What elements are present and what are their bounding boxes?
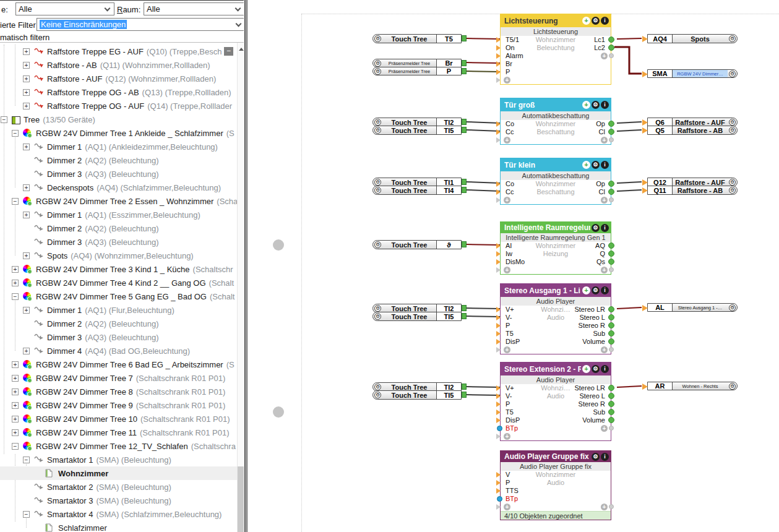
- tree-item[interactable]: +Dimmer 1(AQ1) (Esszimmer,Beleuchtung): [0, 208, 237, 221]
- block-header[interactable]: Stereo Extension 2 - R…+⚙i: [501, 363, 611, 375]
- output-connector[interactable]: [608, 259, 614, 265]
- block-audio-player-gruppe-fix[interactable]: Audio Player Gruppe fix⚙iAudio Player Gr…: [500, 450, 611, 520]
- output-connector[interactable]: [462, 68, 467, 74]
- defined-filter-select[interactable]: Keine Einschränkungen: [37, 18, 244, 31]
- input-connector[interactable]: [496, 53, 501, 59]
- block-intelligente-raumregelung[interactable]: Intelligente Raumregelung⚙iIntelligente …: [500, 221, 611, 275]
- output-connector[interactable]: [462, 187, 467, 193]
- info-icon[interactable]: i: [601, 17, 609, 25]
- block-header[interactable]: Intelligente Raumregelung⚙i: [501, 222, 611, 233]
- add-output-button[interactable]: +: [601, 137, 608, 144]
- tree-item[interactable]: −RGBW 24V Dimmer Tree 1 Ankleide _ Schla…: [0, 126, 237, 140]
- gear-icon[interactable]: ⚙: [374, 384, 381, 390]
- output-connector[interactable]: [608, 121, 614, 127]
- panel-divider[interactable]: [244, 0, 246, 532]
- device-filter-select[interactable]: Alle: [15, 2, 114, 15]
- block-tuer-klein[interactable]: Tür klein+⚙iAutomatikbeschattungCoWohnzi…: [500, 158, 611, 205]
- tree-expand-plus[interactable]: +: [23, 144, 30, 150]
- input-connector[interactable]: [496, 181, 501, 187]
- output-connector[interactable]: [462, 384, 467, 390]
- move-icon[interactable]: +: [582, 286, 590, 294]
- tree-expand-plus[interactable]: +: [23, 62, 30, 69]
- output-connector[interactable]: [608, 251, 614, 257]
- output-connector[interactable]: [608, 45, 614, 51]
- tree-item[interactable]: Dimmer 2(AQ2) (Beleuchtung): [0, 317, 237, 330]
- output-connector[interactable]: [462, 119, 467, 125]
- input-connector[interactable]: [496, 129, 501, 135]
- input-connector[interactable]: [496, 315, 501, 320]
- gear-icon[interactable]: ⚙: [374, 179, 381, 186]
- tree-item[interactable]: −RGBW 24V Dimmer Tree 2 Essen _ Wohnzimm…: [0, 194, 237, 208]
- output-connector[interactable]: [462, 60, 467, 66]
- block-stereo-ausgang-1[interactable]: Stereo Ausgang 1 - Li…+⚙iAudio PlayerV+W…: [500, 283, 611, 354]
- gear-icon[interactable]: ⚙: [729, 71, 736, 77]
- gear-icon[interactable]: ⚙: [374, 187, 381, 194]
- source-device[interactable]: ⚙Präsenzmelder TreeP: [372, 67, 462, 75]
- tree-item[interactable]: +Raffstore - AB(Q11) (Wohnzimmer,Rolllad…: [0, 58, 237, 72]
- tree-item[interactable]: Schlafzimmer: [0, 521, 237, 532]
- input-connector[interactable]: [496, 69, 501, 75]
- block-header[interactable]: Tür klein+⚙i: [501, 158, 611, 171]
- move-icon[interactable]: +: [582, 365, 590, 373]
- room-filter-select[interactable]: Alle: [144, 2, 244, 15]
- tree-item[interactable]: +RGBW 24V Dimmer Tree 4 Kind 2 __ Gang O…: [0, 276, 237, 290]
- tree-item[interactable]: +Dimmer 1(AQ1) (Ankleidezimmer,Beleuchtu…: [0, 140, 237, 153]
- target-device[interactable]: Q5Raffstore - AB⚙: [647, 126, 738, 135]
- tree-item[interactable]: −Smartaktor 1(SMA) (Beleuchtung): [0, 453, 237, 466]
- output-connector[interactable]: [462, 313, 467, 319]
- block-tuer-gross[interactable]: Tür groß+⚙iAutomatikbeschattungCoWohnzim…: [500, 98, 611, 145]
- tree-expand-minus[interactable]: −: [12, 443, 19, 450]
- tree-item[interactable]: −Tree(13/50 Geräte): [0, 113, 237, 126]
- input-connector[interactable]: [496, 472, 501, 478]
- tree-item[interactable]: Dimmer 2(AQ2) (Beleuchtung): [0, 153, 237, 167]
- input-connector[interactable]: [642, 71, 648, 77]
- tree-expand-plus[interactable]: +: [12, 375, 19, 382]
- tree-item[interactable]: Smartaktor 3(SMA) (Beleuchtung): [0, 494, 237, 507]
- spare-input-connector[interactable]: [496, 77, 501, 83]
- input-connector[interactable]: [496, 259, 501, 265]
- gear-icon[interactable]: ⚙: [729, 127, 736, 134]
- spare-input-connector[interactable]: [496, 197, 501, 203]
- target-device[interactable]: ARWohnen - Rechts⚙: [647, 382, 738, 390]
- tree-expand-minus[interactable]: −: [12, 130, 19, 137]
- spare-input-connector[interactable]: [496, 137, 501, 143]
- source-device[interactable]: ⚙Touch TreeTI5: [372, 390, 462, 400]
- output-connector[interactable]: [608, 330, 614, 337]
- info-icon[interactable]: i: [601, 365, 609, 373]
- tree-item[interactable]: +Dimmer 1(AQ1) (Flur,Beleuchtung): [0, 303, 237, 317]
- block-header[interactable]: Audio Player Gruppe fix⚙i: [501, 451, 611, 462]
- tree-expand-plus[interactable]: +: [12, 416, 19, 423]
- gear-icon[interactable]: ⚙: [374, 313, 381, 320]
- input-connector[interactable]: [496, 323, 501, 328]
- tree-expand-plus[interactable]: +: [23, 89, 30, 96]
- tree-item[interactable]: +Dimmer 4(AQ4) (Bad OG,Beleuchtung): [0, 344, 237, 358]
- spare-output-connector[interactable]: [609, 267, 614, 272]
- input-connector[interactable]: [642, 127, 648, 134]
- tree-item[interactable]: +RGBW 24V Dimmer Tree 3 Kind 1 _ Küche(S…: [0, 262, 237, 276]
- tree-item[interactable]: +Raffstore Treppe OG - AUF(Q14) (Treppe,…: [0, 99, 237, 113]
- output-connector[interactable]: [462, 241, 467, 247]
- target-device[interactable]: Q11Raffstore - AB⚙: [647, 186, 738, 195]
- info-icon[interactable]: i: [601, 286, 609, 294]
- tree-expand-plus[interactable]: +: [12, 402, 19, 409]
- move-icon[interactable]: +: [582, 161, 590, 169]
- add-output-button[interactable]: +: [601, 504, 608, 510]
- gear-icon[interactable]: ⚙: [374, 119, 381, 126]
- gear-icon[interactable]: ⚙: [592, 365, 600, 373]
- input-connector[interactable]: [496, 121, 501, 127]
- info-icon[interactable]: i: [601, 101, 609, 109]
- tree-item[interactable]: +RGBW 24V Dimmer Tree 8(Schaltschrank R0…: [0, 385, 237, 398]
- output-connector[interactable]: [608, 409, 614, 415]
- block-header[interactable]: Stereo Ausgang 1 - Li…+⚙i: [501, 284, 611, 297]
- tree-expand-plus[interactable]: +: [12, 361, 19, 368]
- gear-icon[interactable]: ⚙: [729, 179, 736, 186]
- tree-item[interactable]: Dimmer 2(AQ2) (Beleuchtung): [0, 221, 237, 235]
- tree-item[interactable]: Wohnzimmer: [0, 466, 237, 480]
- input-connector[interactable]: [496, 45, 501, 51]
- input-connector[interactable]: [496, 37, 501, 43]
- output-connector[interactable]: [608, 242, 614, 249]
- output-connector[interactable]: [462, 392, 467, 398]
- tree-item[interactable]: −RGBW 24V Dimmer Tree 12_TV_Schlafen(Sch…: [0, 439, 237, 453]
- tree-expand-plus[interactable]: +: [23, 348, 30, 354]
- tree-item[interactable]: +Raffstore - AUF(Q12) (Wohnzimmer,Rollla…: [0, 72, 237, 85]
